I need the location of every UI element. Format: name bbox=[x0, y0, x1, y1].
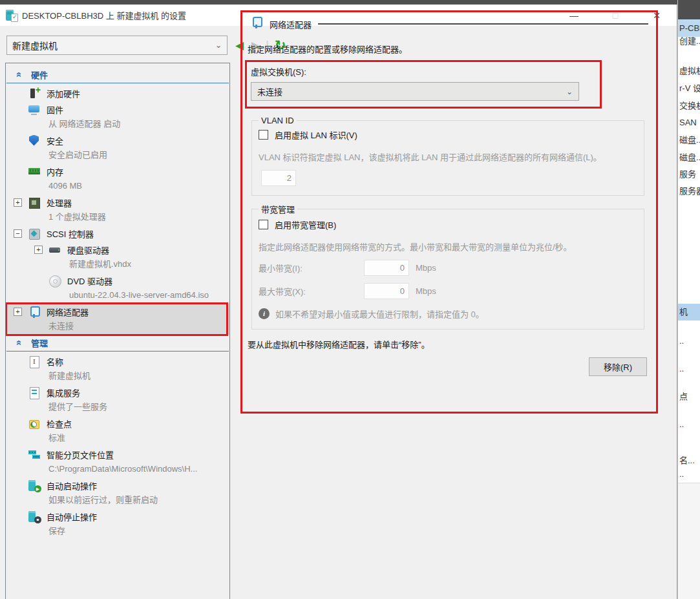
min-bandwidth-unit: Mbps bbox=[416, 263, 436, 273]
vm-selector-value: 新建虚拟机 bbox=[12, 39, 58, 52]
bandwidth-note: 如果不希望对最小值或最大值进行限制，请指定值为 0。 bbox=[275, 308, 484, 320]
sidebar-item-label: 集成服务 bbox=[47, 386, 80, 399]
sidebar-item-hdd[interactable]: +硬盘驱动器新建虚拟机.vhdx bbox=[6, 242, 229, 273]
sidebar-section-header[interactable]: «管理 bbox=[6, 335, 229, 352]
vlan-checkbox-label: 启用虚拟 LAN 标识(V) bbox=[275, 129, 357, 141]
sidebar-item-subtext: 4096 MB bbox=[6, 180, 229, 194]
sidebar-item-scsi[interactable]: −SCSI 控制器 bbox=[6, 226, 229, 242]
background-item-fragment[interactable]: r-V 设 bbox=[679, 83, 700, 94]
sidebar-item-subtext: C:\ProgramData\Microsoft\Windows\H... bbox=[6, 463, 229, 478]
vm-selector-combobox[interactable]: 新建虚拟机 ⌄ bbox=[6, 36, 228, 55]
collapse-chevron-icon: « bbox=[14, 70, 25, 80]
dvd-icon bbox=[48, 275, 61, 288]
sidebar-item-firmware[interactable]: 固件从 网络适配器 启动 bbox=[6, 101, 229, 132]
min-bandwidth-input: 0 bbox=[364, 260, 409, 276]
paging-icon bbox=[28, 448, 41, 461]
bandwidth-help-text: 指定此网络适配器使用网络带宽的方式。最小带宽和最大带宽的测量单位为兆位/秒。 bbox=[259, 242, 636, 253]
background-item-fragment[interactable]: SAN bbox=[679, 117, 700, 129]
sidebar-item-paging[interactable]: 智能分页文件位置C:\ProgramData\Microsoft\Windows… bbox=[6, 447, 229, 478]
sidebar-item-label: 自动停止操作 bbox=[47, 510, 97, 523]
sidebar-item-processor[interactable]: +处理器1 个虚拟处理器 bbox=[6, 194, 229, 226]
vm-settings-dialog: DESKTOP-CBLBH3D 上 新建虚拟机 的设置 — □ ✕ 新建虚拟机 … bbox=[0, 5, 677, 599]
background-item-fragment[interactable]: 虚拟机 bbox=[679, 65, 700, 77]
tree-expander[interactable]: + bbox=[34, 246, 43, 254]
virtual-switch-annotation: 虚拟交换机(S): 未连接 ⌄ bbox=[245, 60, 602, 109]
sidebar-item-subtext: 新建虚拟机 bbox=[6, 370, 229, 384]
network-icon bbox=[28, 306, 41, 319]
background-item-fragment[interactable]: 名... bbox=[679, 455, 700, 467]
background-item-fragment[interactable]: 点 bbox=[679, 391, 700, 403]
background-item-fragment[interactable]: 创建... bbox=[679, 36, 700, 47]
network-adapter-pane: 网络适配器 指定网络适配器的配置或移除网络适配器。 虚拟交换机(S): 未连接 … bbox=[242, 12, 656, 412]
sidebar-item-label: 处理器 bbox=[47, 196, 72, 209]
sidebar-item-label: 智能分页文件位置 bbox=[47, 448, 114, 461]
vlan-help-text: VLAN 标识符指定虚拟 LAN，该虚拟机将此 LAN 用于通过此网络适配器的所… bbox=[259, 152, 636, 163]
sidebar-item-autostop[interactable]: 自动停止操作保存 bbox=[6, 509, 229, 540]
background-window-top bbox=[678, 0, 700, 19]
bandwidth-checkbox[interactable] bbox=[259, 220, 268, 229]
sidebar-item-subtext: 提供了一些服务 bbox=[6, 401, 229, 415]
sidebar-item-dvd[interactable]: DVD 驱动器ubuntu-22.04.3-live-server-amd64.… bbox=[6, 273, 229, 304]
scsi-icon bbox=[28, 227, 41, 240]
info-icon: i bbox=[259, 308, 270, 319]
background-item-fragment[interactable]: .. bbox=[679, 419, 700, 430]
background-item-fragment[interactable]: 服务 bbox=[679, 169, 700, 180]
sidebar-item-label: 自动启动操作 bbox=[47, 479, 97, 492]
memory-icon bbox=[28, 165, 41, 178]
pane-title: 网络适配器 bbox=[270, 18, 312, 30]
sidebar-item-label: 网络适配器 bbox=[47, 306, 89, 318]
header-rule bbox=[318, 23, 648, 25]
background-item-fragment[interactable]: .. bbox=[679, 468, 700, 480]
bandwidth-group-title: 带宽管理 bbox=[259, 203, 297, 215]
sidebar-item-label: 安全 bbox=[47, 134, 63, 147]
background-item-fragment[interactable]: 磁盘... bbox=[679, 134, 700, 146]
sidebar-item-integration[interactable]: 集成服务提供了一些服务 bbox=[6, 384, 229, 415]
background-bottom-area bbox=[678, 483, 700, 599]
virtual-switch-value: 未连接 bbox=[257, 85, 282, 98]
virtual-switch-combobox[interactable]: 未连接 ⌄ bbox=[251, 82, 579, 101]
sidebar-item-name[interactable]: 名称新建虚拟机 bbox=[6, 353, 229, 384]
security-icon bbox=[28, 134, 41, 147]
processor-icon bbox=[28, 196, 41, 209]
sidebar-item-add-hardware[interactable]: 添加硬件 bbox=[6, 85, 229, 101]
section-label: 管理 bbox=[31, 337, 48, 349]
vm-settings-icon bbox=[5, 9, 18, 22]
sidebar-item-security[interactable]: 安全安全启动已启用 bbox=[6, 132, 229, 163]
bandwidth-group: 带宽管理 启用带宽管理(B) 指定此网络适配器使用网络带宽的方式。最小带宽和最大… bbox=[251, 203, 644, 330]
autostop-icon bbox=[28, 510, 41, 523]
sidebar-item-checkpoint[interactable]: 检查点标准 bbox=[6, 415, 229, 447]
sidebar-item-network[interactable]: +网络适配器未连接 bbox=[6, 304, 229, 335]
max-bandwidth-unit: Mbps bbox=[416, 286, 436, 296]
sidebar-section-header[interactable]: «硬件 bbox=[6, 67, 229, 83]
sidebar-item-memory[interactable]: 内存4096 MB bbox=[6, 163, 229, 194]
virtual-switch-label: 虚拟交换机(S): bbox=[251, 65, 595, 78]
checkpoint-icon bbox=[28, 417, 41, 430]
max-bandwidth-input: 0 bbox=[364, 283, 409, 299]
hdd-icon bbox=[48, 244, 61, 257]
pane-description: 指定网络适配器的配置或移除网络适配器。 bbox=[248, 43, 650, 55]
tree-expander[interactable]: + bbox=[14, 308, 22, 316]
chevron-down-icon: ⌄ bbox=[215, 41, 222, 50]
autostart-icon bbox=[28, 479, 41, 492]
background-item-fragment[interactable]: .. bbox=[679, 363, 700, 375]
sidebar-item-subtext: 未连接 bbox=[6, 320, 229, 335]
remove-button[interactable]: 移除(R) bbox=[589, 357, 647, 376]
tree-expander[interactable]: + bbox=[14, 198, 22, 207]
tree-expander[interactable]: − bbox=[14, 229, 22, 238]
chevron-down-icon: ⌄ bbox=[566, 87, 573, 96]
sidebar-item-autostart[interactable]: 自动启动操作如果以前运行过，则重新启动 bbox=[6, 478, 229, 509]
vlan-checkbox[interactable] bbox=[259, 130, 268, 140]
sidebar-item-label: 检查点 bbox=[47, 417, 72, 430]
background-item-fragment[interactable]: .. bbox=[679, 335, 700, 347]
name-icon bbox=[28, 355, 41, 368]
background-item-fragment[interactable]: 机 bbox=[679, 306, 700, 318]
sidebar-item-subtext: 安全启动已启用 bbox=[6, 149, 229, 163]
max-bandwidth-label: 最大带宽(X): bbox=[259, 285, 364, 297]
sidebar-item-label: 硬盘驱动器 bbox=[67, 244, 109, 256]
sidebar-item-label: SCSI 控制器 bbox=[47, 227, 94, 240]
background-item-fragment[interactable]: 服务器 bbox=[679, 185, 700, 197]
background-item-fragment[interactable]: 交换机 bbox=[679, 100, 700, 112]
network-adapter-icon bbox=[250, 16, 263, 29]
sidebar-item-subtext: 新建虚拟机.vhdx bbox=[6, 258, 229, 273]
background-item-fragment[interactable]: 磁盘... bbox=[679, 152, 700, 163]
